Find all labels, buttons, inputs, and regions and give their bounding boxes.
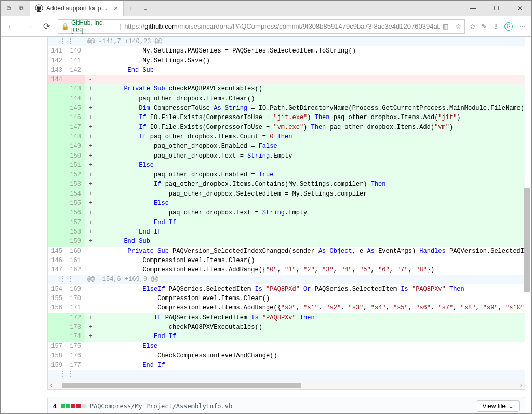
close-window-button[interactable]: ✕	[508, 1, 531, 16]
new-line-number[interactable]: 143	[66, 84, 85, 94]
new-line-number[interactable]: 159	[66, 237, 85, 246]
new-line-number[interactable]: 148	[66, 132, 85, 141]
old-line-number[interactable]	[48, 322, 66, 332]
vertical-scrollbar[interactable]	[524, 37, 530, 413]
old-line-number[interactable]: 156	[48, 303, 66, 313]
share-icon[interactable]: ⇪	[493, 23, 498, 30]
view-file-button[interactable]: View file⌄	[477, 400, 520, 412]
more-icon[interactable]: ⋯	[519, 23, 525, 30]
old-line-number[interactable]: 157	[48, 342, 66, 351]
expand-hunk-icon[interactable]: ⋮⋮	[48, 275, 85, 284]
old-line-number[interactable]	[48, 199, 66, 208]
new-line-number[interactable]: 162	[66, 265, 85, 275]
new-line-number[interactable]: 140	[66, 46, 85, 56]
new-line-number[interactable]: 146	[66, 113, 85, 122]
old-line-number[interactable]	[48, 113, 66, 122]
tab-dropdown-icon[interactable]: ⌄	[138, 1, 153, 16]
tab-close-button[interactable]: ×	[114, 4, 118, 12]
new-line-number[interactable]: 176	[66, 351, 85, 360]
address-bar[interactable]: 🔒 GitHub, Inc. [US] | https://github.com…	[58, 19, 465, 34]
new-line-number[interactable]: 171	[66, 303, 85, 313]
old-line-number[interactable]	[48, 179, 66, 189]
new-line-number[interactable]: 174	[66, 332, 85, 341]
old-line-number[interactable]: 145	[48, 247, 66, 256]
recent-tabs-icon[interactable]: ⧉	[16, 3, 26, 14]
page-scroll[interactable]: ⋮⋮ @@ -141,7 +140,23 @@ 141140 My.Settin…	[1, 37, 531, 413]
new-line-number[interactable]: 141	[66, 56, 85, 66]
old-line-number[interactable]: 141	[48, 46, 66, 56]
minimize-button[interactable]: —	[461, 1, 485, 16]
new-line-number[interactable]: 160	[66, 247, 85, 256]
old-line-number[interactable]: 159	[48, 360, 66, 370]
new-line-number[interactable]: 155	[66, 199, 85, 208]
old-line-number[interactable]: 154	[48, 284, 66, 294]
expand-hunk-icon[interactable]: ⋮⋮	[48, 37, 85, 46]
scrollbar-thumb[interactable]	[524, 188, 530, 292]
new-line-number[interactable]: 173	[66, 322, 85, 332]
hunk-header[interactable]: ⋮⋮ @@ -141,7 +140,23 @@	[48, 37, 525, 46]
old-line-number[interactable]: 143	[48, 66, 66, 75]
old-line-number[interactable]	[48, 189, 66, 199]
new-line-number[interactable]: 156	[66, 208, 85, 217]
old-line-number[interactable]: 155	[48, 294, 66, 303]
new-line-number[interactable]: 153	[66, 179, 85, 189]
new-line-number[interactable]: 150	[66, 151, 85, 161]
new-line-number[interactable]: 177	[66, 360, 85, 370]
sidebar-toggle-icon[interactable]: ⧉	[4, 3, 14, 14]
new-line-number[interactable]: 144	[66, 94, 85, 104]
old-line-number[interactable]: 158	[48, 351, 66, 360]
new-line-number[interactable]: 161	[66, 256, 85, 265]
old-line-number[interactable]	[48, 227, 66, 237]
new-line-number[interactable]: 145	[66, 104, 85, 113]
old-line-number[interactable]: 144	[48, 75, 66, 84]
browser-tab[interactable]: Added support for paq… ×	[30, 1, 124, 16]
back-button[interactable]: ←	[5, 20, 17, 33]
old-line-number[interactable]: 147	[48, 265, 66, 275]
old-line-number[interactable]	[48, 123, 66, 132]
old-line-number[interactable]	[48, 84, 66, 94]
new-line-number[interactable]: 172	[66, 313, 85, 322]
notes-icon[interactable]: ✎	[482, 23, 487, 30]
refresh-button[interactable]: ⟳	[40, 20, 52, 33]
file-path[interactable]: PAQCompress/My Project/AssemblyInfo.vb	[90, 403, 233, 410]
favorite-icon[interactable]: ☆	[456, 23, 461, 30]
reading-view-icon[interactable]: ▥	[443, 23, 448, 30]
old-line-number[interactable]	[48, 332, 66, 341]
new-line-number[interactable]: 169	[66, 284, 85, 294]
expand-hunk-icon[interactable]: ⋮⋮	[48, 370, 85, 381]
hunk-header[interactable]: ⋮⋮ @@ -154,6 +169,9 @@	[48, 275, 525, 284]
old-line-number[interactable]	[48, 161, 66, 170]
new-tab-button[interactable]: +	[124, 1, 138, 16]
new-line-number[interactable]: 142	[66, 66, 85, 75]
old-line-number[interactable]	[48, 208, 66, 217]
old-line-number[interactable]: 146	[48, 256, 66, 265]
new-line-number[interactable]: 158	[66, 227, 85, 237]
diff-marker: +	[85, 170, 96, 179]
maximize-button[interactable]: ☐	[485, 1, 508, 16]
old-line-number[interactable]	[48, 170, 66, 179]
grammarly-icon[interactable]: G	[504, 22, 513, 31]
new-line-number[interactable]: 151	[66, 161, 85, 170]
new-line-number[interactable]: 170	[66, 294, 85, 303]
scrollbar-thumb[interactable]	[62, 383, 301, 388]
new-line-number[interactable]: 147	[66, 123, 85, 132]
horizontal-scrollbar[interactable]: ‹ ›	[47, 381, 525, 390]
new-line-number[interactable]: 154	[66, 189, 85, 199]
hunk-footer[interactable]: ⋮⋮	[48, 370, 525, 381]
new-line-number[interactable]: 157	[66, 218, 85, 227]
old-line-number[interactable]: 142	[48, 56, 66, 66]
new-line-number[interactable]: 175	[66, 342, 85, 351]
old-line-number[interactable]	[48, 237, 66, 246]
old-line-number[interactable]	[48, 141, 66, 151]
old-line-number[interactable]	[48, 218, 66, 227]
old-line-number[interactable]	[48, 313, 66, 322]
old-line-number[interactable]	[48, 94, 66, 104]
forward-button[interactable]: →	[22, 20, 35, 33]
old-line-number[interactable]	[48, 132, 66, 141]
new-line-number[interactable]	[66, 75, 85, 84]
favorites-icon[interactable]: ✩	[470, 23, 475, 30]
old-line-number[interactable]	[48, 104, 66, 113]
new-line-number[interactable]: 152	[66, 170, 85, 179]
new-line-number[interactable]: 149	[66, 141, 85, 151]
old-line-number[interactable]	[48, 151, 66, 161]
